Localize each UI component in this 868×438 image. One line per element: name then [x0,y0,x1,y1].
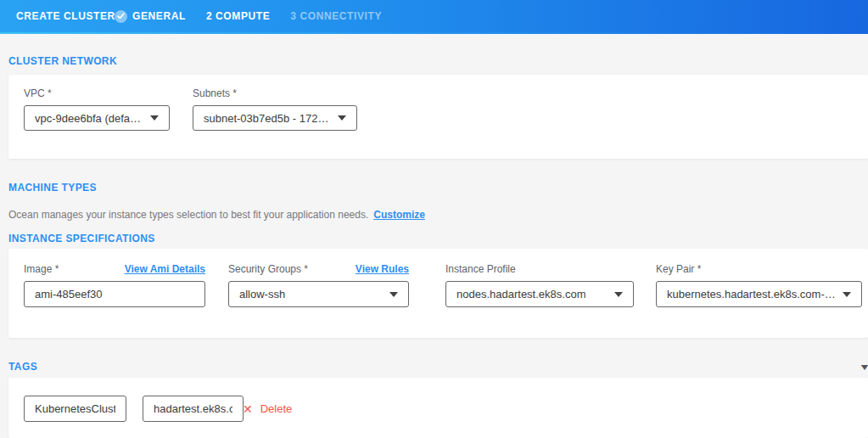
instance-specifications-section-title: INSTANCE SPECIFICATIONS [8,233,155,244]
delete-tag-button[interactable]: ✕ Delete [243,402,292,415]
instance-profile-select[interactable]: nodes.hadartest.ek8s.com [445,281,634,307]
instance-profile-field-group: Instance Profile nodes.hadartest.ek8s.co… [445,263,634,307]
step-general-label: GENERAL [132,10,186,22]
image-field-group: Image * View Ami Details [24,263,205,307]
chevron-down-icon [338,115,346,121]
key-pair-field-group: Key Pair * kubernetes.hadartest.ek8s.com… [656,263,862,307]
subnets-selected-value: subnet-03b7ed5b - 172.31.0.0/20 ... [204,112,331,125]
image-label: Image * [24,263,59,275]
wizard-header-bar: CREATE CLUSTER GENERAL 2 COMPUTE 3 CONNE… [0,0,868,34]
wizard-steps: GENERAL 2 COMPUTE 3 CONNECTIVITY [115,0,382,32]
step-compute[interactable]: 2 COMPUTE [206,0,270,32]
view-ami-details-link[interactable]: View Ami Details [125,263,205,275]
customize-link[interactable]: Customize [373,209,425,221]
view-rules-link[interactable]: View Rules [356,263,409,275]
subnets-select[interactable]: subnet-03b7ed5b - 172.31.0.0/20 ... [193,105,357,131]
tag-key-field-group [24,396,126,422]
key-pair-select[interactable]: kubernetes.hadartest.ek8s.com-39:84:a5:9… [656,281,862,307]
security-groups-field-group: Security Groups * View Rules allow-ssh [228,263,409,307]
subnets-field-group: Subnets * subnet-03b7ed5b - 172.31.0.0/2… [193,87,357,131]
tag-key-input[interactable] [24,396,126,422]
vpc-label: VPC * [24,87,170,99]
chevron-down-icon [389,292,398,297]
subnets-label: Subnets * [193,87,357,99]
vpc-select[interactable]: vpc-9dee6bfa (default) [24,105,170,131]
wizard-title: CREATE CLUSTER [16,0,115,32]
tag-value-field-group [143,396,244,422]
delete-label: Delete [260,402,293,415]
image-input[interactable] [24,281,205,307]
vpc-selected-value: vpc-9dee6bfa (default) [35,112,143,125]
collapse-chevron-icon[interactable]: ▾ [861,362,868,372]
cluster-network-section-title: CLUSTER NETWORK [8,55,117,67]
tags-card [8,378,868,438]
chevron-down-icon [614,292,623,297]
security-groups-selected-value: allow-ssh [239,288,285,300]
tags-section-title: TAGS [8,361,37,373]
delete-x-icon: ✕ [243,403,253,415]
chevron-down-icon [843,292,851,297]
machine-types-description: Ocean manages your instance types select… [8,209,425,221]
instance-profile-label: Instance Profile [445,263,634,275]
create-cluster-wizard: { "header": { "title": "CREATE CLUSTER",… [0,0,868,438]
security-groups-label: Security Groups * [228,263,308,275]
step-compute-label: 2 COMPUTE [206,10,270,22]
chevron-down-icon [150,115,159,121]
step-connectivity-label: 3 CONNECTIVITY [290,10,382,22]
machine-types-section-title: MACHINE TYPES [8,182,97,194]
step-connectivity[interactable]: 3 CONNECTIVITY [290,0,382,32]
key-pair-selected-value: kubernetes.hadartest.ek8s.com-39:84:a5:9… [667,288,836,300]
vpc-field-group: VPC * vpc-9dee6bfa (default) [24,87,170,131]
step-completed-check-icon [115,10,127,23]
security-groups-select[interactable]: allow-ssh [228,281,409,307]
key-pair-label: Key Pair * [656,263,862,275]
instance-specifications-card: Image * View Ami Details Security Groups… [8,249,868,338]
tag-value-input[interactable] [143,396,244,422]
cluster-network-card: VPC * vpc-9dee6bfa (default) Subnets * s… [8,75,868,159]
instance-profile-selected-value: nodes.hadartest.ek8s.com [456,288,585,300]
machine-types-description-text: Ocean manages your instance types select… [8,209,368,221]
step-general[interactable]: GENERAL [115,0,186,32]
